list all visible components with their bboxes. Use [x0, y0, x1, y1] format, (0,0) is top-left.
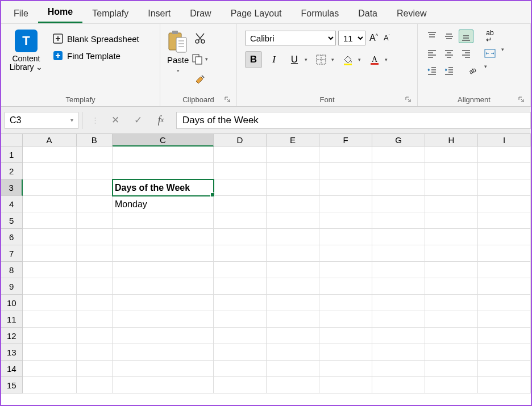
- cell-H8[interactable]: [425, 262, 478, 278]
- cell-C12[interactable]: [113, 328, 214, 344]
- cell-D4[interactable]: [214, 196, 267, 212]
- cell-A10[interactable]: [23, 295, 77, 311]
- cell-H3[interactable]: [425, 179, 478, 196]
- chevron-down-icon[interactable]: ▾: [383, 57, 389, 62]
- cell-F4[interactable]: [319, 196, 372, 212]
- format-painter-button[interactable]: [192, 72, 208, 87]
- chevron-down-icon[interactable]: ▾: [500, 47, 506, 60]
- row-header[interactable]: 15: [1, 377, 23, 394]
- cell-H9[interactable]: [425, 278, 478, 295]
- font-launcher-icon[interactable]: [405, 96, 413, 104]
- cell-A12[interactable]: [23, 328, 77, 344]
- cell-E11[interactable]: [267, 311, 319, 328]
- formula-input[interactable]: Days of the Week: [176, 112, 531, 129]
- cut-button[interactable]: [192, 31, 208, 47]
- cell-G10[interactable]: [372, 295, 425, 311]
- cell-E4[interactable]: [267, 196, 319, 212]
- cell-D1[interactable]: [214, 147, 267, 163]
- cell-D3[interactable]: [214, 179, 267, 196]
- decrease-indent-button[interactable]: [425, 64, 439, 77]
- cell-E5[interactable]: [267, 212, 319, 229]
- font-color-button[interactable]: A: [366, 51, 383, 68]
- cell-G7[interactable]: [372, 245, 425, 262]
- cell-H7[interactable]: [425, 245, 478, 262]
- find-template-button[interactable]: Find Template: [50, 49, 142, 62]
- tab-data[interactable]: Data: [348, 4, 387, 23]
- cell-C15[interactable]: [113, 377, 214, 394]
- cell-F1[interactable]: [319, 147, 372, 163]
- cell-E14[interactable]: [267, 361, 319, 377]
- cell-I3[interactable]: [478, 179, 531, 196]
- cell-B1[interactable]: [77, 147, 113, 163]
- tab-templafy[interactable]: Templafy: [82, 4, 138, 23]
- cell-I4[interactable]: [478, 196, 531, 212]
- cell-C13[interactable]: [113, 344, 214, 361]
- align-top-button[interactable]: [425, 30, 439, 43]
- cell-I12[interactable]: [478, 328, 531, 344]
- cell-H10[interactable]: [425, 295, 478, 311]
- cell-E10[interactable]: [267, 295, 319, 311]
- row-header[interactable]: 12: [1, 328, 23, 344]
- cell-E15[interactable]: [267, 377, 319, 394]
- name-box[interactable]: C3 ▾: [5, 112, 78, 129]
- cell-I9[interactable]: [478, 278, 531, 295]
- tab-file[interactable]: File: [4, 4, 38, 23]
- chevron-down-icon[interactable]: ▾: [356, 57, 363, 62]
- cell-A15[interactable]: [23, 377, 77, 394]
- cell-D10[interactable]: [214, 295, 267, 311]
- font-size-select[interactable]: 11: [338, 31, 365, 45]
- cell-C4[interactable]: Monday: [113, 196, 214, 212]
- cell-F12[interactable]: [319, 328, 372, 344]
- cell-G12[interactable]: [372, 328, 425, 344]
- cell-B5[interactable]: [77, 212, 113, 229]
- col-header-H[interactable]: H: [425, 134, 478, 147]
- cell-I8[interactable]: [478, 262, 531, 278]
- chevron-down-icon[interactable]: ▾: [330, 57, 336, 62]
- cell-G5[interactable]: [372, 212, 425, 229]
- cell-H5[interactable]: [425, 212, 478, 229]
- cell-F10[interactable]: [319, 295, 372, 311]
- cell-H11[interactable]: [425, 311, 478, 328]
- row-header[interactable]: 11: [1, 311, 23, 328]
- cell-I6[interactable]: [478, 229, 531, 245]
- row-header[interactable]: 8: [1, 262, 23, 278]
- enter-formula-button[interactable]: ✓: [132, 114, 144, 127]
- tab-draw[interactable]: Draw: [180, 4, 221, 23]
- cell-B11[interactable]: [77, 311, 113, 328]
- cell-A5[interactable]: [23, 212, 77, 229]
- cell-H4[interactable]: [425, 196, 478, 212]
- cell-B15[interactable]: [77, 377, 113, 394]
- cell-C8[interactable]: [113, 262, 214, 278]
- align-bottom-button[interactable]: [459, 30, 473, 43]
- tab-page-layout[interactable]: Page Layout: [221, 4, 292, 23]
- row-header[interactable]: 9: [1, 278, 23, 295]
- row-header[interactable]: 7: [1, 245, 23, 262]
- cell-F3[interactable]: [319, 179, 372, 196]
- cell-E12[interactable]: [267, 328, 319, 344]
- cell-I11[interactable]: [478, 311, 531, 328]
- cell-G3[interactable]: [372, 179, 425, 196]
- cell-B6[interactable]: [77, 229, 113, 245]
- cell-C9[interactable]: [113, 278, 214, 295]
- cell-D11[interactable]: [214, 311, 267, 328]
- tab-insert[interactable]: Insert: [138, 4, 180, 23]
- underline-button[interactable]: U: [286, 51, 303, 68]
- cell-E1[interactable]: [267, 147, 319, 163]
- cell-C3[interactable]: Days of the Week: [113, 179, 214, 196]
- cell-E9[interactable]: [267, 278, 319, 295]
- cell-C14[interactable]: [113, 361, 214, 377]
- cell-F7[interactable]: [319, 245, 372, 262]
- cell-H13[interactable]: [425, 344, 478, 361]
- font-name-select[interactable]: Calibri: [245, 31, 336, 45]
- cell-C2[interactable]: [113, 163, 214, 179]
- align-middle-button[interactable]: [442, 30, 456, 43]
- cell-A13[interactable]: [23, 344, 77, 361]
- cell-B7[interactable]: [77, 245, 113, 262]
- cell-G1[interactable]: [372, 147, 425, 163]
- content-library-button[interactable]: T Content Library ⌄: [8, 30, 44, 72]
- cell-G13[interactable]: [372, 344, 425, 361]
- cell-A2[interactable]: [23, 163, 77, 179]
- row-header[interactable]: 13: [1, 344, 23, 361]
- cell-H14[interactable]: [425, 361, 478, 377]
- cell-B8[interactable]: [77, 262, 113, 278]
